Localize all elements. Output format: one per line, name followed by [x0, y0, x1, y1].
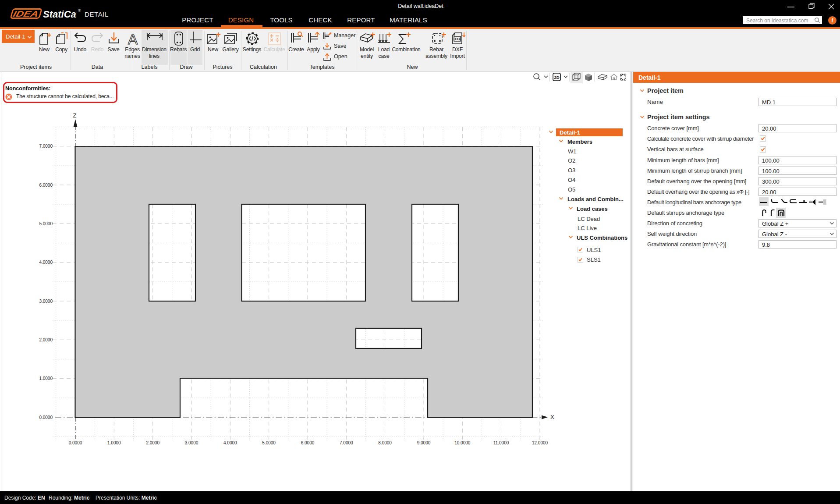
svg-text:5.0000: 5.0000 — [39, 221, 53, 226]
svg-text:IDEA: IDEA — [12, 9, 39, 18]
svg-text:6.0000: 6.0000 — [39, 183, 53, 188]
svg-text:2.0000: 2.0000 — [39, 337, 53, 342]
svg-text:4.0000: 4.0000 — [39, 260, 53, 265]
svg-text:11.0000: 11.0000 — [493, 440, 509, 445]
svg-text:7.0000: 7.0000 — [340, 440, 353, 445]
svg-text:A: A — [128, 31, 138, 46]
svg-text:DETAIL: DETAIL — [85, 11, 109, 18]
svg-text:4.0000: 4.0000 — [223, 440, 237, 445]
svg-text:3.0000: 3.0000 — [39, 299, 53, 304]
svg-text:8.0000: 8.0000 — [378, 440, 392, 445]
svg-text:7.0000: 7.0000 — [39, 144, 53, 149]
svg-text:1.0000: 1.0000 — [39, 376, 53, 381]
svg-text:DXF: DXF — [454, 37, 461, 41]
svg-text:3.0000: 3.0000 — [185, 440, 198, 445]
svg-text:0.0000: 0.0000 — [69, 440, 82, 445]
svg-text:2.0000: 2.0000 — [146, 440, 159, 445]
svg-text:X: X — [550, 414, 554, 420]
svg-text:Z: Z — [73, 112, 77, 119]
svg-text:5.0000: 5.0000 — [262, 440, 276, 445]
svg-text:®: ® — [78, 8, 81, 13]
svg-text:6.0000: 6.0000 — [301, 440, 315, 445]
svg-text:9.0000: 9.0000 — [417, 440, 431, 445]
svg-text:0.0000: 0.0000 — [39, 415, 53, 420]
svg-text:12.0000: 12.0000 — [532, 440, 548, 445]
svg-text:10.0000: 10.0000 — [454, 440, 471, 445]
svg-text:StatiCa: StatiCa — [43, 9, 76, 20]
svg-text:1.0000: 1.0000 — [107, 440, 121, 445]
